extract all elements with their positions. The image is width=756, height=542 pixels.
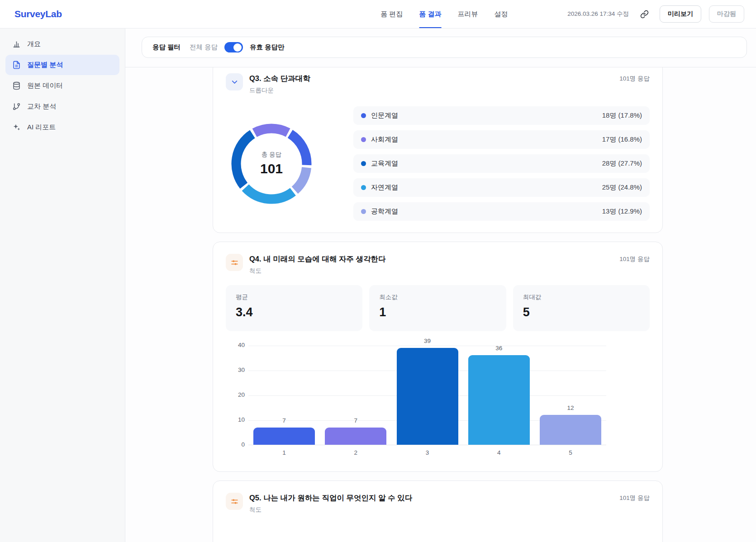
main-content: 응답 필터 전체 응답 유효 응답만 Q3. bbox=[125, 29, 756, 542]
bar-value-label: 12 bbox=[557, 404, 584, 411]
legend-dot bbox=[361, 137, 366, 142]
bar-4 bbox=[468, 355, 530, 445]
sliders-icon bbox=[226, 493, 243, 510]
donut-center-label: 총 응답 bbox=[262, 151, 281, 159]
sliders-icon bbox=[226, 254, 243, 271]
stat-box: 최대값 5 bbox=[513, 285, 650, 331]
app-body: 개요 질문별 분석 원본 데이터 교차 분석 AI 리포트 응답 필터 전체 응… bbox=[0, 29, 756, 542]
question-title: Q4. 내 미래의 모습에 대해 자주 생각한다 bbox=[249, 254, 619, 264]
bar-chart: 01020304077393612 12345 bbox=[226, 339, 650, 460]
stat-label: 최대값 bbox=[523, 293, 640, 301]
sidebar-item-raw-data[interactable]: 원본 데이터 bbox=[5, 76, 119, 96]
sidebar-item-ai-report[interactable]: AI 리포트 bbox=[5, 117, 119, 138]
app-root: SurveyLab 폼 편집폼 결과프리뷰설정 2026.03.26 17:34… bbox=[0, 0, 756, 542]
preview-button[interactable]: 미리보기 bbox=[660, 5, 701, 23]
stat-box: 평균 3.4 bbox=[226, 285, 362, 331]
legend-dot bbox=[361, 113, 366, 118]
x-axis-tick: 3 bbox=[414, 449, 441, 456]
question-type: 척도 bbox=[249, 267, 619, 275]
stat-label: 최소값 bbox=[379, 293, 496, 301]
bar-chart-icon bbox=[12, 40, 21, 48]
filter-section: 응답 필터 전체 응답 유효 응답만 bbox=[125, 29, 756, 67]
bar-1 bbox=[253, 428, 315, 445]
q5-card-header: Q5. 나는 내가 원하는 직업이 무엇인지 알 수 있다 척도 101명 응답 bbox=[226, 493, 650, 514]
y-axis-tick: 10 bbox=[228, 416, 245, 423]
legend-row: 공학계열 13명 (12.9%) bbox=[353, 202, 650, 221]
question-card-q4: Q4. 내 미래의 모습에 대해 자주 생각한다 척도 101명 응답 평균 3… bbox=[213, 242, 663, 472]
tab-form-results[interactable]: 폼 결과 bbox=[419, 0, 441, 28]
q3-card-header: Q3. 소속 단과대학 드롭다운 101명 응답 bbox=[226, 73, 650, 95]
sidebar: 개요 질문별 분석 원본 데이터 교차 분석 AI 리포트 bbox=[0, 29, 125, 542]
legend-label: 공학계열 bbox=[371, 207, 398, 216]
q5-titles: Q5. 나는 내가 원하는 직업이 무엇인지 알 수 있다 척도 bbox=[249, 493, 619, 514]
bar-value-label: 7 bbox=[271, 417, 298, 424]
x-axis-tick: 5 bbox=[557, 449, 584, 456]
legend-row: 인문계열 18명 (17.8%) bbox=[353, 106, 650, 125]
sidebar-item-overview[interactable]: 개요 bbox=[5, 34, 119, 54]
legend-value: 13명 (12.9%) bbox=[602, 207, 642, 216]
response-filter-bar: 응답 필터 전체 응답 유효 응답만 bbox=[142, 37, 747, 58]
response-count: 101명 응답 bbox=[619, 493, 650, 502]
question-type: 드롭다운 bbox=[249, 86, 619, 95]
sidebar-item-question-analysis[interactable]: 질문별 분석 bbox=[5, 55, 119, 75]
donut-legend: 인문계열 18명 (17.8%) 사회계열 17명 (16.8%) 교육계열 2… bbox=[353, 106, 650, 221]
top-nav: 폼 편집폼 결과프리뷰설정 bbox=[380, 0, 508, 28]
tab-settings[interactable]: 설정 bbox=[494, 0, 508, 28]
donut-center: 총 응답 101 bbox=[231, 124, 312, 204]
sparkles-icon bbox=[12, 123, 21, 132]
question-title: Q3. 소속 단과대학 bbox=[249, 74, 619, 84]
filter-option-valid-only[interactable]: 유효 응답만 bbox=[250, 43, 285, 52]
q3-body: 총 응답 101 인문계열 18명 (17.8%) 사회계열 17명 (16.8… bbox=[226, 106, 650, 221]
filter-label: 응답 필터 bbox=[152, 43, 181, 52]
question-cards: Q3. 소속 단과대학 드롭다운 101명 응답 총 응답 101 bbox=[213, 67, 663, 542]
toggle-knob bbox=[233, 43, 242, 52]
legend-row: 사회계열 17명 (16.8%) bbox=[353, 130, 650, 149]
gridline bbox=[248, 346, 606, 346]
last-modified-text: 2026.03.26 17:34 수정 bbox=[567, 10, 629, 18]
legend-label: 교육계열 bbox=[371, 159, 398, 168]
bar-value-label: 7 bbox=[342, 417, 369, 424]
y-axis-tick: 20 bbox=[228, 391, 245, 398]
bar-chart-plot: 01020304077393612 bbox=[248, 346, 606, 445]
closed-status-button[interactable]: 마감됨 bbox=[709, 5, 744, 23]
app-logo: SurveyLab bbox=[14, 9, 62, 19]
legend-value: 17명 (16.8%) bbox=[602, 135, 642, 144]
chevron-down-icon[interactable] bbox=[226, 73, 243, 90]
question-type: 척도 bbox=[249, 506, 619, 514]
x-axis-tick: 4 bbox=[485, 449, 513, 456]
stat-value: 1 bbox=[379, 305, 496, 319]
q4-stats-row: 평균 3.4 최소값 1 최대값 5 bbox=[226, 285, 650, 331]
sidebar-item-label: 질문별 분석 bbox=[27, 61, 63, 69]
question-title: Q5. 나는 내가 원하는 직업이 무엇인지 알 수 있다 bbox=[249, 493, 619, 503]
sidebar-item-label: 원본 데이터 bbox=[27, 81, 63, 90]
filter-option-all[interactable]: 전체 응답 bbox=[190, 43, 218, 52]
q3-titles: Q3. 소속 단과대학 드롭다운 bbox=[249, 73, 619, 95]
stat-value: 5 bbox=[523, 305, 640, 319]
tab-preview[interactable]: 프리뷰 bbox=[457, 0, 478, 28]
bar-chart-x-labels: 12345 bbox=[248, 445, 606, 460]
app-header: SurveyLab 폼 편집폼 결과프리뷰설정 2026.03.26 17:34… bbox=[0, 0, 756, 29]
legend-value: 28명 (27.7%) bbox=[602, 159, 642, 168]
valid-only-toggle[interactable] bbox=[224, 42, 243, 52]
bar-value-label: 39 bbox=[414, 338, 441, 344]
legend-row: 자연계열 25명 (24.8%) bbox=[353, 178, 650, 197]
link-icon[interactable] bbox=[637, 6, 652, 22]
legend-row: 교육계열 28명 (27.7%) bbox=[353, 154, 650, 173]
y-axis-tick: 0 bbox=[228, 441, 245, 448]
legend-dot bbox=[361, 185, 366, 190]
sidebar-item-label: AI 리포트 bbox=[27, 123, 56, 132]
sidebar-item-cross-analysis[interactable]: 교차 분석 bbox=[5, 96, 119, 117]
bar-3 bbox=[397, 348, 458, 445]
results-scroll-area[interactable]: Q3. 소속 단과대학 드롭다운 101명 응답 총 응답 101 bbox=[125, 67, 756, 542]
bar-2 bbox=[325, 428, 386, 445]
bar-value-label: 36 bbox=[485, 345, 513, 352]
tab-form-edit[interactable]: 폼 편집 bbox=[380, 0, 403, 28]
legend-value: 18명 (17.8%) bbox=[602, 111, 642, 120]
sidebar-item-label: 교차 분석 bbox=[27, 102, 56, 111]
legend-value: 25명 (24.8%) bbox=[602, 183, 642, 192]
document-icon bbox=[12, 61, 21, 69]
legend-dot bbox=[361, 161, 366, 166]
legend-dot bbox=[361, 209, 366, 214]
question-card-q5: Q5. 나는 내가 원하는 직업이 무엇인지 알 수 있다 척도 101명 응답 bbox=[213, 480, 663, 542]
stat-box: 최소값 1 bbox=[369, 285, 506, 331]
